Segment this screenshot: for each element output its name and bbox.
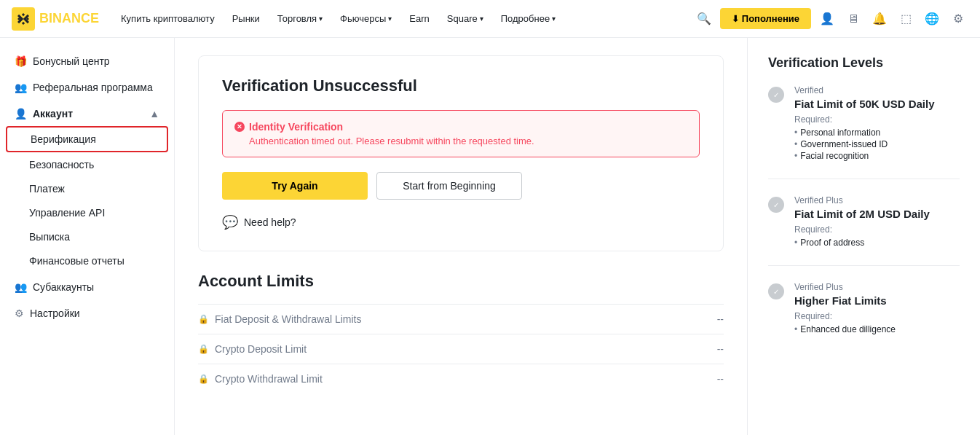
sidebar-referral[interactable]: 👥 Реферальная программа <box>0 76 174 99</box>
bullet-icon: • <box>794 128 797 138</box>
level-2-required-label: Required: <box>794 224 930 235</box>
main-nav: Купить криптовалюту Рынки Торговля ▾ Фью… <box>114 9 694 28</box>
globe-icon[interactable]: 🌐 <box>922 9 942 29</box>
sidebar-settings-section: ⚙ Настройки <box>0 302 174 325</box>
nav-square[interactable]: Square ▾ <box>440 9 491 28</box>
right-panel: Verification Levels ✓ Verified Fiat Limi… <box>747 38 980 435</box>
limits-title: Account Limits <box>198 272 724 291</box>
level-1-required-label: Required: <box>794 114 935 125</box>
try-again-button[interactable]: Try Again <box>222 172 368 200</box>
notifications-icon[interactable]: 🔔 <box>869 9 890 29</box>
profile-icon[interactable]: 👤 <box>817 9 837 29</box>
account-icon: 👤 <box>15 108 27 119</box>
sidebar-subaccounts[interactable]: 👥 Субаккаунты <box>0 275 174 299</box>
level-item-3: ✓ Verified Plus Higher Fiat Limits Requi… <box>768 282 960 336</box>
error-title: ✕ Identity Verification <box>234 121 687 133</box>
sidebar-subaccounts-section: 👥 Субаккаунты <box>0 275 174 299</box>
futures-chevron-icon: ▾ <box>388 15 392 23</box>
wallet-icon[interactable]: 🖥 <box>843 9 864 29</box>
page-layout: 🎁 Бонусный центр 👥 Реферальная программа… <box>0 38 980 435</box>
error-block: ✕ Identity Verification Authentication t… <box>222 110 700 157</box>
deposit-arrow-icon: ⬇ <box>732 14 739 24</box>
limit-row-fiat: 🔒 Fiat Deposit & Withdrawal Limits -- <box>198 304 724 334</box>
sidebar-item-verification[interactable]: Верификация <box>6 126 168 152</box>
level-1-req-1: • Personal information <box>794 128 935 138</box>
nav-markets[interactable]: Рынки <box>225 9 267 28</box>
nav-futures[interactable]: Фьючерсы ▾ <box>333 9 399 28</box>
start-from-beginning-button[interactable]: Start from Beginning <box>376 172 522 200</box>
lock-crypto-deposit-icon: 🔒 <box>198 344 209 354</box>
help-icon: 💬 <box>222 214 238 230</box>
error-dot-icon: ✕ <box>234 122 245 132</box>
sidebar-bonus[interactable]: 🎁 Бонусный центр <box>0 50 174 73</box>
error-message: Authentication timed out. Please resubmi… <box>234 136 687 146</box>
search-button[interactable]: 🔍 <box>694 9 714 29</box>
settings-icon[interactable]: ⚙ <box>948 9 968 29</box>
card-title: Verification Unsuccessful <box>222 77 700 95</box>
level-3-tag: Verified Plus <box>794 282 896 292</box>
level-3-req-1: • Enhanced due dilligence <box>794 324 896 334</box>
sidebar-item-payment[interactable]: Платеж <box>6 177 168 200</box>
level-3-circle: ✓ <box>768 283 784 299</box>
lock-fiat-icon: 🔒 <box>198 314 209 324</box>
sidebar-account-section: 👤 Аккаунт ▲ Верификация Безопасность Пла… <box>0 102 174 273</box>
header-actions: 🔍 ⬇ Пополнение 👤 🖥 🔔 ⬚ 🌐 ⚙ <box>694 8 968 29</box>
square-chevron-icon: ▾ <box>480 15 483 23</box>
verification-card: Verification Unsuccessful ✕ Identity Ver… <box>198 55 724 251</box>
more-chevron-icon: ▾ <box>552 15 556 23</box>
bullet-icon: • <box>794 139 797 149</box>
bonus-icon: 🎁 <box>15 55 27 67</box>
nav-earn[interactable]: Earn <box>402 9 436 28</box>
sidebar-item-statement[interactable]: Выписка <box>6 225 168 248</box>
nav-trade[interactable]: Торговля ▾ <box>270 9 330 28</box>
limit-crypto-withdrawal-value: -- <box>717 373 724 385</box>
sidebar-settings[interactable]: ⚙ Настройки <box>0 302 174 325</box>
level-item-2: ✓ Verified Plus Fiat Limit of 2M USD Dai… <box>768 195 960 249</box>
nav-buy[interactable]: Купить криптовалюту <box>114 9 222 28</box>
bullet-icon: • <box>794 151 797 161</box>
level-1-req-2: • Government-issued ID <box>794 139 935 149</box>
deposit-button[interactable]: ⬇ Пополнение <box>720 8 811 29</box>
level-divider-2 <box>768 265 960 266</box>
sidebar-item-api[interactable]: Управление API <box>6 201 168 224</box>
sidebar-account-header[interactable]: 👤 Аккаунт ▲ <box>0 102 174 125</box>
sidebar-referral-section: 👥 Реферальная программа <box>0 76 174 99</box>
limit-crypto-deposit-value: -- <box>717 343 724 355</box>
level-2-tag: Verified Plus <box>794 195 930 205</box>
qr-icon[interactable]: ⬚ <box>896 9 916 29</box>
subaccounts-icon: 👥 <box>15 281 27 293</box>
level-item-1: ✓ Verified Fiat Limit of 50K USD Daily R… <box>768 85 960 162</box>
settings-sidebar-icon: ⚙ <box>15 307 24 319</box>
logo[interactable]: BINANCE <box>12 7 99 31</box>
lock-crypto-withdrawal-icon: 🔒 <box>198 374 209 384</box>
level-2-circle: ✓ <box>768 197 784 213</box>
sidebar-bonus-section: 🎁 Бонусный центр <box>0 50 174 73</box>
sidebar-item-reports[interactable]: Финансовые отчеты <box>6 249 168 273</box>
level-3-required-label: Required: <box>794 311 896 321</box>
level-1-heading: Fiat Limit of 50K USD Daily <box>794 98 935 110</box>
referral-icon: 👥 <box>15 82 27 93</box>
account-limits-section: Account Limits 🔒 Fiat Deposit & Withdraw… <box>198 272 724 393</box>
limit-row-crypto-deposit: 🔒 Crypto Deposit Limit -- <box>198 334 724 364</box>
trade-chevron-icon: ▾ <box>319 15 323 23</box>
limit-fiat-value: -- <box>717 313 724 325</box>
level-divider-1 <box>768 179 960 179</box>
level-1-req-3: • Facial recognition <box>794 151 935 161</box>
level-3-heading: Higher Fiat Limits <box>794 294 896 307</box>
header: BINANCE Купить криптовалюту Рынки Торгов… <box>0 0 980 38</box>
sidebar: 🎁 Бонусный центр 👥 Реферальная программа… <box>0 38 175 435</box>
bullet-icon: • <box>794 238 797 248</box>
main-content: Verification Unsuccessful ✕ Identity Ver… <box>175 38 747 435</box>
nav-more[interactable]: Подробнее ▾ <box>494 9 563 28</box>
sidebar-item-security[interactable]: Безопасность <box>6 153 168 176</box>
account-chevron-icon: ▲ <box>149 108 159 119</box>
level-1-tag: Verified <box>794 85 935 95</box>
logo-text: BINANCE <box>39 11 99 26</box>
action-buttons: Try Again Start from Beginning <box>222 172 700 200</box>
level-2-heading: Fiat Limit of 2M USD Daily <box>794 208 930 220</box>
level-1-circle: ✓ <box>768 87 784 103</box>
limit-row-crypto-withdrawal: 🔒 Crypto Withdrawal Limit -- <box>198 364 724 393</box>
need-help-link[interactable]: 💬 Need help? <box>222 214 700 230</box>
bullet-icon: • <box>794 324 797 334</box>
level-2-req-1: • Proof of address <box>794 238 930 248</box>
